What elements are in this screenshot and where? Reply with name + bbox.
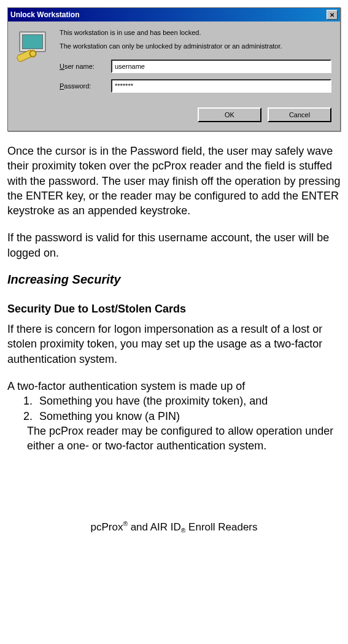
lock-computer-icon: [17, 29, 51, 99]
paragraph-2: If the password is valid for this userna…: [7, 230, 341, 260]
ok-button[interactable]: OK: [198, 107, 261, 122]
two-factor-list: Something you have (the proximity token)…: [36, 394, 341, 424]
heading-security-lost-stolen: Security Due to Lost/Stolen Cards: [7, 303, 341, 316]
unlock-workstation-dialog: Unlock Workstation ✕ This workstation is…: [7, 7, 341, 131]
paragraph-3: If there is concern for logon impersonat…: [7, 322, 341, 367]
list-item: Something you have (the proximity token)…: [36, 394, 341, 408]
page-footer: pcProx® and AIR ID® Enroll Readers: [7, 521, 341, 543]
dialog-titlebar: Unlock Workstation ✕: [8, 8, 340, 21]
dialog-message-2: The workstation can only be unlocked by …: [60, 42, 331, 50]
cancel-button[interactable]: Cancel: [268, 107, 331, 122]
paragraph-4: A two-factor authentication system is ma…: [7, 379, 341, 394]
paragraph-5: The pcProx reader may be configured to a…: [27, 424, 341, 454]
password-label: Password:: [60, 82, 111, 90]
paragraph-1: Once the cursor is in the Password field…: [7, 144, 341, 218]
list-item: Something you know (a PIN): [36, 409, 341, 424]
username-input[interactable]: username: [111, 60, 331, 73]
password-input[interactable]: *******: [111, 79, 331, 93]
close-icon[interactable]: ✕: [327, 10, 338, 20]
username-label: User name:: [60, 63, 111, 70]
dialog-title: Unlock Workstation: [10, 10, 79, 19]
heading-increasing-security: Increasing Security: [7, 273, 341, 287]
dialog-message-1: This workstation is in use and has been …: [60, 29, 331, 36]
